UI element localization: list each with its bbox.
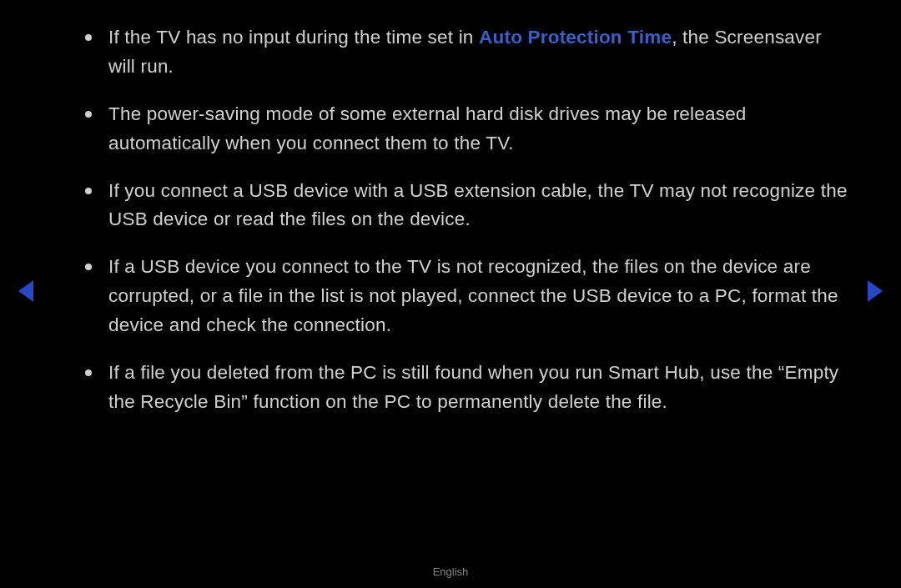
- list-item-text: If the TV has no input during the time s…: [108, 23, 851, 82]
- text-pre: If a USB device you connect to the TV is…: [108, 256, 838, 335]
- list-item: If you connect a USB device with a USB e…: [50, 177, 851, 235]
- list-item-text: The power-saving mode of some external h…: [108, 100, 851, 158]
- footer-language: English: [0, 565, 901, 578]
- bullet-icon: [85, 369, 92, 376]
- bullet-icon: [85, 264, 92, 270]
- text-pre: The power-saving mode of some external h…: [108, 103, 747, 153]
- next-page-arrow[interactable]: [868, 280, 883, 302]
- bullet-icon: [85, 34, 92, 41]
- list-item: If a USB device you connect to the TV is…: [50, 253, 851, 340]
- list-item-text: If a USB device you connect to the TV is…: [108, 253, 851, 340]
- text-pre: If the TV has no input during the time s…: [108, 27, 479, 48]
- text-pre: If you connect a USB device with a USB e…: [108, 180, 848, 230]
- list-item: The power-saving mode of some external h…: [50, 100, 851, 158]
- bullet-icon: [85, 111, 92, 118]
- list-item: If a file you deleted from the PC is sti…: [50, 359, 851, 417]
- bullet-list: If the TV has no input during the time s…: [50, 23, 851, 417]
- text-pre: If a file you deleted from the PC is sti…: [108, 362, 838, 412]
- highlight-term: Auto Protection Time: [479, 27, 672, 48]
- list-item: If the TV has no input during the time s…: [50, 23, 851, 82]
- list-item-text: If a file you deleted from the PC is sti…: [108, 359, 851, 417]
- prev-page-arrow[interactable]: [18, 280, 33, 302]
- manual-content: If the TV has no input during the time s…: [0, 0, 901, 417]
- list-item-text: If you connect a USB device with a USB e…: [108, 177, 851, 235]
- bullet-icon: [85, 188, 92, 194]
